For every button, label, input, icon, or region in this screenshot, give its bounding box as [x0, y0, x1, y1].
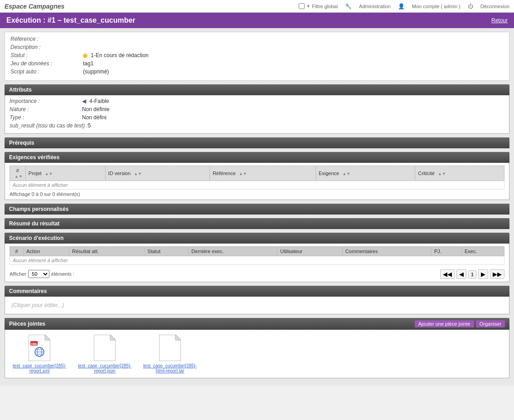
page-title: Exécution : #1 – test_case_cucumber	[6, 16, 136, 24]
commentaires-header: Commentaires	[5, 286, 509, 297]
attributs-section: Attributs Importance : ◀ 4-Faible Nature…	[5, 84, 509, 134]
statut-row: Statut : 1-En cours de rédaction	[10, 52, 504, 59]
scenario-col-action[interactable]: Action	[24, 247, 69, 256]
jeu-row: Jeu de données : tag1	[10, 60, 504, 67]
prerequis-header: Prérequis	[5, 137, 509, 148]
scenario-col-utilisateur[interactable]: Utilisateur	[277, 247, 343, 256]
col-hash[interactable]: # ▲▼	[10, 166, 26, 181]
account-icon: 👤	[398, 3, 405, 10]
admin-icon: 🔧	[345, 3, 352, 10]
sub-result-row: sub_result (issu du cas de test) : 5	[10, 122, 504, 129]
commentaires-placeholder[interactable]: (Cliquer pour éditer...)	[10, 299, 504, 311]
scenario-no-items-text: Aucun élément à afficher	[13, 256, 68, 265]
file-icon-tar	[159, 334, 181, 361]
nature-row: Nature : Non définie	[10, 106, 504, 112]
statut-text: 1-En cours de rédaction	[91, 52, 148, 59]
description-label: Description :	[10, 44, 83, 50]
statut-label: Statut :	[10, 52, 83, 59]
main-content: Référence : Description : Statut : 1-En …	[0, 28, 514, 386]
file-link-xml[interactable]: test_case_cucumber[285]-report.xml	[12, 363, 67, 373]
scenario-col-hash[interactable]: #	[10, 247, 24, 256]
afficher-row: Afficher 50 100 200 éléments :	[10, 270, 74, 278]
col-reference[interactable]: Référence ▲▼	[210, 166, 316, 181]
scenario-col-resultat[interactable]: Résultat att.	[69, 247, 145, 256]
main-info-card: Référence : Description : Statut : 1-En …	[5, 32, 509, 81]
scenario-col-pj[interactable]: PJ.	[431, 247, 461, 256]
topbar-nav: ▼ Filtre global 🔧 Administration 👤 Mon c…	[299, 3, 509, 10]
file-icon-xml: XML	[28, 334, 51, 361]
nature-label: Nature :	[10, 106, 82, 112]
scenario-col-statut[interactable]: Statut	[145, 247, 189, 256]
attributs-title: Attributs	[9, 87, 32, 93]
ajouter-piece-jointe-button[interactable]: Ajouter une pièce jointe	[415, 320, 474, 327]
col-id-version[interactable]: ID version ▲▼	[105, 166, 210, 181]
exigences-header: Exigences vérifiées	[5, 152, 509, 163]
deconnexion-link[interactable]: Déconnexion	[480, 4, 509, 9]
col-criticite[interactable]: Criticité ▲▼	[415, 166, 504, 181]
type-row: Type : Non défini	[10, 114, 504, 121]
commentaires-title: Commentaires	[9, 288, 47, 294]
scenario-table: # Action Résultat att. Statut Dernière e…	[10, 246, 504, 265]
champs-perso-section: Champs personnalisés	[5, 204, 509, 215]
col-exigence[interactable]: Exigence ▲▼	[315, 166, 415, 181]
file-link-json[interactable]: test_case_cucumber[285]-report.json	[78, 363, 132, 373]
filtre-global-link[interactable]: Filtre global	[312, 4, 338, 9]
files-area: XML test_case_cucumber[285]-report.xml	[5, 330, 509, 378]
importance-row: Importance : ◀ 4-Faible	[10, 98, 504, 104]
exigences-table: # ▲▼ Projet ▲▼ ID version ▲▼ Référence ▲…	[10, 166, 504, 190]
scenario-col-derniere[interactable]: Dernière exec.	[189, 247, 277, 256]
retour-button[interactable]: Retour	[491, 17, 508, 24]
exigences-table-body: Aucun élément à afficher	[10, 181, 504, 190]
prerequis-title: Prérequis	[9, 140, 34, 146]
scenario-title: Scénario d'exécution	[9, 235, 63, 241]
administration-link[interactable]: Administration	[359, 4, 391, 9]
importance-value: ◀ 4-Faible	[82, 98, 109, 104]
script-label: Script auto :	[10, 68, 83, 75]
script-value: (supprimé)	[83, 68, 109, 75]
reference-row: Référence :	[10, 36, 504, 42]
resume-header: Résumé du résultat	[5, 218, 509, 229]
filtre-global-arrow-icon: ▼	[306, 4, 310, 9]
organiser-button[interactable]: Organiser	[476, 320, 505, 327]
elements-label: éléments :	[51, 271, 74, 277]
resume-title: Résumé du résultat	[9, 220, 59, 227]
pieces-jointes-title: Pièces jointes	[9, 321, 45, 327]
pagination-last-button[interactable]: ▶▶	[490, 269, 504, 279]
prerequis-section: Prérequis	[5, 137, 509, 148]
file-link-tar[interactable]: test_case_cucumber[285]-html-report.tar	[143, 363, 197, 373]
exigences-header-row: # ▲▼ Projet ▲▼ ID version ▲▼ Référence ▲…	[10, 166, 504, 181]
exigences-table-head: # ▲▼ Projet ▲▼ ID version ▲▼ Référence ▲…	[10, 166, 504, 181]
sub-result-label: sub_result (issu du cas de test) :	[10, 122, 88, 129]
brand-label: Espace Campagnes	[5, 3, 64, 10]
resume-section: Résumé du résultat	[5, 218, 509, 229]
power-icon: ⏻	[468, 3, 473, 10]
scenario-col-commentaires[interactable]: Commentaires	[342, 247, 431, 256]
status-dot-icon	[83, 54, 87, 58]
scenario-no-items-row: Aucun élément à afficher	[10, 256, 504, 265]
pagination: ◀◀ ◀ 1 ▶ ▶▶	[440, 269, 504, 279]
exigences-body: # ▲▼ Projet ▲▼ ID version ▲▼ Référence ▲…	[5, 163, 509, 200]
file-item-json: test_case_cucumber[285]-report.json	[78, 334, 132, 373]
nature-value: Non définie	[82, 106, 110, 112]
pieces-jointes-header: Pièces jointes Ajouter une pièce jointe …	[5, 318, 509, 330]
exigences-no-items-text: Aucun élément à afficher	[13, 181, 68, 190]
exigences-no-items-cell: Aucun élément à afficher	[10, 181, 504, 190]
champs-perso-title: Champs personnalisés	[9, 206, 68, 212]
sub-result-value: 5	[88, 122, 91, 129]
scenario-col-exec[interactable]: Exec.	[461, 247, 504, 256]
pagination-first-button[interactable]: ◀◀	[440, 269, 455, 279]
statut-value: 1-En cours de rédaction	[83, 52, 149, 59]
jeu-value: tag1	[83, 60, 93, 67]
type-label: Type :	[10, 114, 82, 121]
filtre-global-checkbox[interactable]	[299, 3, 305, 9]
mon-compte-link[interactable]: Mon compte ( admin )	[412, 4, 461, 9]
pagination-next-button[interactable]: ▶	[478, 269, 488, 279]
pieces-header-btns: Ajouter une pièce jointe Organiser	[415, 320, 505, 327]
commentaires-body: (Cliquer pour éditer...)	[5, 297, 509, 314]
pagination-prev-button[interactable]: ◀	[456, 269, 466, 279]
type-value: Non défini	[82, 114, 107, 121]
script-row: Script auto : (supprimé)	[10, 68, 504, 75]
afficher-select[interactable]: 50 100 200	[28, 270, 49, 278]
page-header: Exécution : #1 – test_case_cucumber Reto…	[0, 13, 514, 28]
col-projet[interactable]: Projet ▲▼	[25, 166, 105, 181]
